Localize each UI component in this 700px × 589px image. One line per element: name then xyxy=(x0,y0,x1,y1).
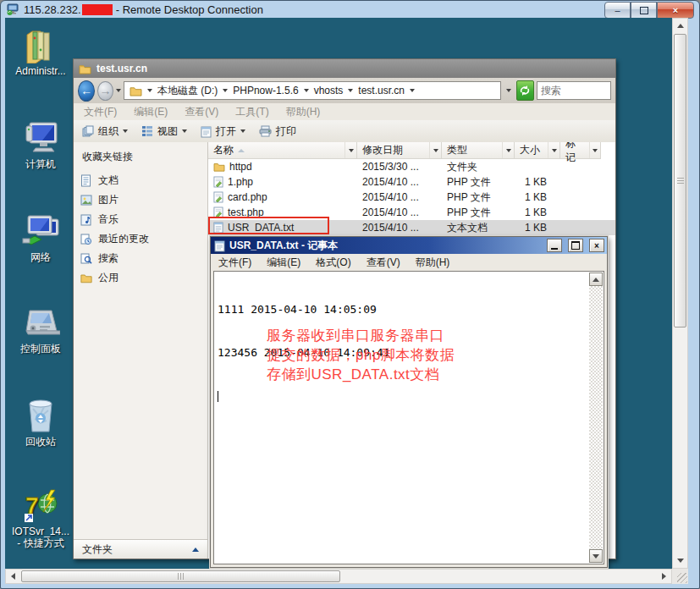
menu-view[interactable]: 查看(V) xyxy=(185,105,218,119)
sidebar-item-searches[interactable]: 搜索 xyxy=(74,249,207,268)
filter-dropdown-icon[interactable] xyxy=(429,142,441,158)
restore-button[interactable] xyxy=(631,2,657,19)
desktop-icon-label2: - 快捷方式 xyxy=(8,537,73,549)
menu-edit[interactable]: 编辑(E) xyxy=(134,105,168,119)
views-button[interactable]: 视图 xyxy=(141,124,187,139)
sidebar-item-music[interactable]: 音乐 xyxy=(74,210,207,229)
rdp-horizontal-scrollbar[interactable] xyxy=(5,569,672,584)
desktop-icon-label: 控制面板 xyxy=(8,343,73,355)
notepad-vertical-scrollbar[interactable] xyxy=(589,272,603,563)
php-file-icon xyxy=(213,176,223,188)
rdp-titlebar[interactable]: 115.28.232.- Remote Desktop Connection –… xyxy=(1,1,699,18)
horizontal-scroll-thumb[interactable] xyxy=(21,570,340,582)
filter-dropdown-icon[interactable] xyxy=(589,142,600,158)
rdp-icon xyxy=(7,3,19,15)
arrow-down-icon xyxy=(677,559,684,563)
desktop-icon-control-panel[interactable]: 控制面板 xyxy=(8,306,73,355)
column-date-modified[interactable]: 修改日期 xyxy=(357,142,442,159)
desktop-icon-administrator[interactable]: Administr... xyxy=(8,28,73,77)
address-dropdown-icon[interactable] xyxy=(506,89,511,92)
column-tags[interactable]: 标记 xyxy=(560,142,601,159)
refresh-icon xyxy=(519,85,531,96)
file-row-httpd[interactable]: httpd 2015/3/30 ... 文件夹 xyxy=(208,159,615,174)
sidebar-item-recent-changes[interactable]: 最近的更改 xyxy=(74,229,207,249)
breadcrumb-segment[interactable]: test.usr.cn xyxy=(358,85,405,96)
file-size: 1 KB xyxy=(515,206,560,218)
menu-file[interactable]: 文件(F) xyxy=(84,105,117,119)
sidebar-item-label: 文档 xyxy=(98,173,119,188)
views-icon xyxy=(141,125,153,137)
recycle-bin-icon xyxy=(24,395,58,434)
filter-dropdown-icon[interactable] xyxy=(344,142,356,158)
minimize-button[interactable]: – xyxy=(604,2,631,19)
file-row-usr-data-txt[interactable]: USR_DATA.txt 2015/4/10 ... 文本文档 1 KB xyxy=(208,220,615,235)
file-row-test-php[interactable]: test.php 2015/4/10 ... PHP 文件 1 KB xyxy=(208,205,615,220)
notepad-menu-view[interactable]: 查看(V) xyxy=(367,256,400,270)
scroll-left-button[interactable] xyxy=(6,570,20,583)
file-type: PHP 文件 xyxy=(442,175,515,190)
rdp-vertical-scrollbar[interactable] xyxy=(672,18,688,569)
scroll-right-button[interactable] xyxy=(657,570,671,583)
sidebar-item-documents[interactable]: 文档 xyxy=(74,171,207,190)
refresh-button[interactable] xyxy=(516,80,534,101)
sidebar-item-pictures[interactable]: 图片 xyxy=(74,190,207,210)
sort-ascending-icon xyxy=(238,149,245,152)
scroll-down-button[interactable] xyxy=(673,553,687,568)
notepad-titlebar[interactable]: USR_DATA.txt - 记事本 × xyxy=(211,237,607,254)
print-button[interactable]: 打印 xyxy=(259,124,296,139)
search-input[interactable] xyxy=(537,81,611,100)
close-button[interactable]: × xyxy=(657,2,694,19)
scroll-down-button[interactable] xyxy=(589,549,603,563)
folders-band[interactable]: 文件夹 xyxy=(74,539,207,559)
breadcrumb[interactable]: 本地磁盘 (D:) PHPnow-1.5.6 vhosts test.usr.c… xyxy=(124,81,501,100)
notepad-minimize-button[interactable] xyxy=(547,239,562,252)
notepad-menu-edit[interactable]: 编辑(E) xyxy=(267,256,300,270)
chevron-down-icon[interactable] xyxy=(348,89,353,92)
chevron-down-icon[interactable] xyxy=(304,89,309,92)
notepad-menu-help[interactable]: 帮助(H) xyxy=(416,256,450,270)
desktop-icon-network[interactable]: 网络 xyxy=(8,212,73,263)
filter-dropdown-icon[interactable] xyxy=(548,142,559,158)
file-row-1-php[interactable]: 1.php 2015/4/10 ... PHP 文件 1 KB xyxy=(208,174,615,190)
forward-button[interactable]: → xyxy=(97,81,113,101)
notepad-close-button[interactable]: × xyxy=(589,239,604,252)
sidebar-item-public[interactable]: 公用 xyxy=(74,268,207,288)
open-button[interactable]: 打开 xyxy=(201,124,245,139)
notepad-menu-format[interactable]: 格式(O) xyxy=(316,256,350,270)
desktop-icon-computer[interactable]: 计算机 xyxy=(8,119,73,170)
file-type: 文件夹 xyxy=(442,160,515,174)
menu-help[interactable]: 帮助(H) xyxy=(286,105,321,119)
desktop-icon-recycle-bin[interactable]: 回收站 xyxy=(8,395,73,448)
notepad-icon xyxy=(214,239,225,252)
notepad-maximize-button[interactable] xyxy=(568,239,583,252)
administrator-folder-icon xyxy=(22,28,59,63)
file-name: 1.php xyxy=(228,176,253,188)
organize-button[interactable]: 组织 xyxy=(82,124,128,139)
vertical-scroll-thumb[interactable] xyxy=(674,34,686,328)
chevron-down-icon[interactable] xyxy=(223,89,228,92)
open-label: 打开 xyxy=(216,124,236,139)
back-button[interactable]: ← xyxy=(78,80,95,102)
breadcrumb-segment[interactable]: PHPnow-1.5.6 xyxy=(233,85,298,96)
breadcrumb-segment[interactable]: vhosts xyxy=(314,85,344,96)
file-row-card-php[interactable]: card.php 2015/4/10 ... PHP 文件 1 KB xyxy=(208,190,615,205)
explorer-titlebar[interactable]: test.usr.cn xyxy=(74,59,615,78)
scroll-up-button[interactable] xyxy=(673,19,687,33)
column-type[interactable]: 类型 xyxy=(442,142,515,159)
file-date: 2015/4/10 ... xyxy=(357,206,442,218)
notepad-menu-file[interactable]: 文件(F) xyxy=(218,256,251,270)
notepad-text-area[interactable]: 1111 2015-04-10 14:05:09 123456 2015-04-… xyxy=(213,271,604,564)
desktop-icon-iotsvr-shortcut[interactable]: 7 IOTSvr_14... - 快捷方式 xyxy=(8,488,73,549)
column-size[interactable]: 大小 xyxy=(515,142,560,159)
chevron-down-icon[interactable] xyxy=(410,89,415,92)
file-size: 1 KB xyxy=(515,191,560,203)
breadcrumb-segment[interactable]: 本地磁盘 (D:) xyxy=(157,84,218,98)
scroll-up-button[interactable] xyxy=(589,272,603,286)
chevron-down-icon[interactable] xyxy=(147,89,152,92)
nav-history-icon[interactable] xyxy=(116,89,121,92)
resize-grip[interactable] xyxy=(672,569,688,584)
column-name[interactable]: 名称 xyxy=(208,142,357,159)
filter-dropdown-icon[interactable] xyxy=(502,142,514,158)
menu-tools[interactable]: 工具(T) xyxy=(235,105,268,119)
file-name: card.php xyxy=(228,191,267,203)
